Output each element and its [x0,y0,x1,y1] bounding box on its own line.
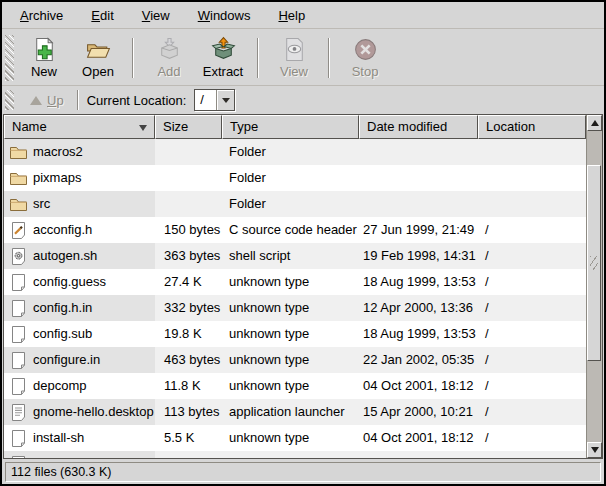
file-name: config.h.in [33,295,92,321]
new-archive-icon [31,36,58,63]
column-header-type[interactable]: Type [222,115,359,139]
file-date-modified: 04 Oct 2001, 18:12 [359,425,478,451]
file-type-icon [9,377,28,396]
scrollbar-trough[interactable] [587,131,602,442]
file-type-icon [9,325,28,344]
toolbar-buttons: New [17,33,392,83]
column-header-size[interactable]: Size [155,115,222,139]
file-name: autogen.sh [33,243,97,269]
file-date-modified [359,139,478,165]
toolbar-button[interactable]: Stop [338,33,392,83]
file-size: 150 bytes [155,217,222,243]
file-size: 463 bytes [155,347,222,373]
file-type: Folder [222,165,359,191]
table-row[interactable]: config.sub 19.8 K unknown type 18 Aug 19… [4,321,586,347]
table-row[interactable]: src Folder [4,191,586,217]
file-date-modified: 18 Aug 1999, 13:53 [359,321,478,347]
file-type: application launcher [222,399,359,425]
location-bar: Up Current Location: / [2,86,604,114]
table-row[interactable]: autogen.sh 363 bytes shell script 19 Feb… [4,243,586,269]
table-row[interactable]: macros2 Folder [4,139,586,165]
table-row[interactable]: config.guess 27.4 K unknown type 18 Aug … [4,269,586,295]
column-header-location[interactable]: Location [478,115,586,139]
location-bar-drag-handle[interactable] [5,90,14,110]
file-location [478,191,586,217]
file-date-modified: 04 Oct 2001, 18:12 [359,373,478,399]
file-type: unknown type [222,295,359,321]
current-location-label: Current Location: [87,93,187,108]
file-list-columns: Name Size Type Date modified Location [4,115,586,458]
scrollbar-thumb[interactable] [587,165,601,361]
file-size [155,139,222,165]
location-value: / [195,90,217,110]
table-row[interactable]: install-sh 5.5 K unknown type 04 Oct 200… [4,425,586,451]
scroll-up-icon [591,120,599,126]
file-date-modified [359,165,478,191]
file-location: / [478,425,586,451]
file-name: acconfig.h [33,217,92,243]
file-name: config.guess [33,269,106,295]
toolbar-button[interactable]: Extract [196,33,250,83]
table-row[interactable]: config.h.in 332 bytes unknown type 12 Ap… [4,295,586,321]
file-location: / [478,269,586,295]
table-row[interactable]: acconfig.h 150 bytes C source code heade… [4,217,586,243]
file-type-icon [9,351,28,370]
file-name: depcomp [33,373,86,399]
file-name: config.sub [33,321,92,347]
file-location: / [478,399,586,425]
vertical-scrollbar[interactable] [586,115,602,458]
file-date-modified: 22 Jan 2002, 05:35 [359,347,478,373]
file-date-modified: 12 Apr 2000, 13:36 [359,295,478,321]
file-type-icon [9,195,28,214]
file-date-modified: 19 Feb 1998, 14:31 [359,243,478,269]
up-button[interactable]: Up [23,90,73,111]
scrollbar-up-button[interactable] [587,115,602,131]
menu-item[interactable]: Edit [77,4,127,27]
table-row-partial[interactable] [4,451,586,458]
menu-item[interactable]: Windows [184,4,265,27]
extract-icon [210,36,237,63]
toolbar-button-label: New [31,64,57,79]
file-type-icon [9,143,28,162]
file-size: 19.8 K [155,321,222,347]
menu-item[interactable]: View [128,4,184,27]
location-combobox[interactable]: / [194,89,235,111]
up-arrow-icon [30,96,42,105]
table-row[interactable]: pixmaps Folder [4,165,586,191]
file-type-icon [9,247,28,266]
table-row[interactable]: configure.in 463 bytes unknown type 22 J… [4,347,586,373]
location-dropdown-button[interactable] [217,90,234,110]
add-to-archive-icon [156,36,183,63]
sort-indicator-icon [139,125,147,131]
toolbar-button-label: Add [157,64,180,79]
scroll-down-icon [591,447,599,453]
toolbar-button-label: View [280,64,308,79]
table-row[interactable]: gnome-hello.desktop 113 bytes applicatio… [4,399,586,425]
file-location [478,165,586,191]
up-button-label: Up [47,93,64,108]
menu-item[interactable]: Archive [6,4,77,27]
scrollbar-down-button[interactable] [587,442,602,458]
file-type: unknown type [222,321,359,347]
table-row[interactable]: depcomp 11.8 K unknown type 04 Oct 2001,… [4,373,586,399]
column-header-name[interactable]: Name [4,115,155,139]
file-location [478,139,586,165]
toolbar: New [2,29,604,86]
file-size: 5.5 K [155,425,222,451]
toolbar-button[interactable]: Add [142,33,196,83]
toolbar-button[interactable]: Open [71,33,125,83]
column-header-date-modified[interactable]: Date modified [359,115,478,139]
toolbar-button[interactable]: View [267,33,321,83]
menu-item[interactable]: Help [264,4,319,27]
file-size [155,165,222,191]
view-file-icon [281,36,308,63]
toolbar-drag-handle[interactable] [5,35,14,81]
file-size: 11.8 K [155,373,222,399]
file-type: shell script [222,243,359,269]
file-type-icon [9,429,28,448]
toolbar-button[interactable]: New [17,33,71,83]
file-name: configure.in [33,347,100,373]
chevron-down-icon [222,98,230,103]
stop-icon [352,36,379,63]
file-size: 363 bytes [155,243,222,269]
